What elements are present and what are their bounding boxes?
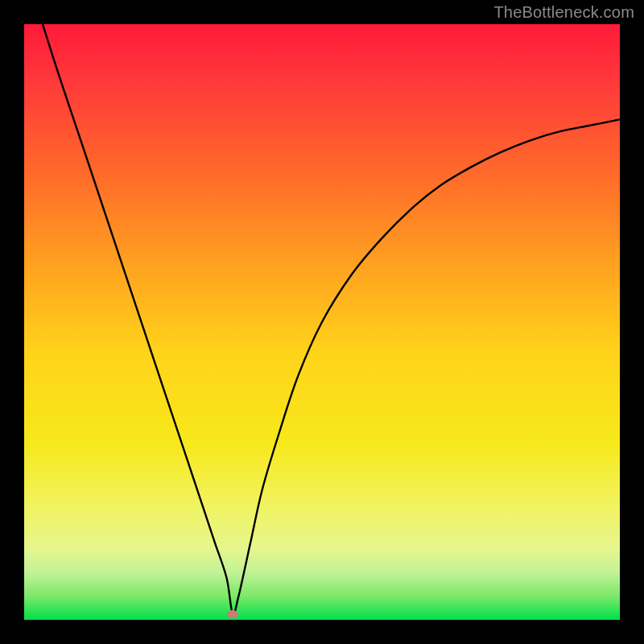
plot-area xyxy=(24,24,620,620)
chart-frame: TheBottleneck.com xyxy=(0,0,644,644)
watermark-text: TheBottleneck.com xyxy=(493,3,634,22)
bottleneck-curve xyxy=(24,24,620,620)
optimal-marker xyxy=(227,610,238,618)
